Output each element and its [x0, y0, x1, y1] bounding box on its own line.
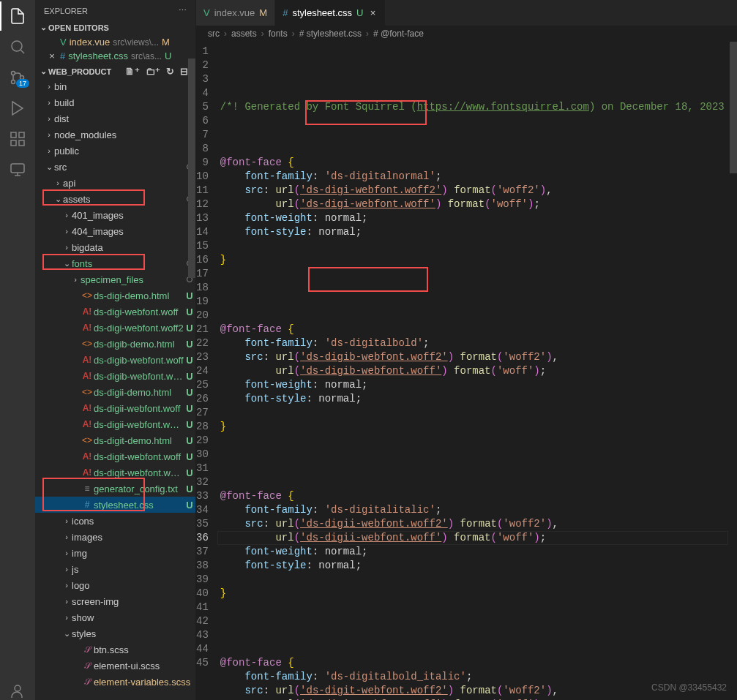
folder-item[interactable]: ›screen-img: [35, 593, 195, 609]
code-line[interactable]: [220, 114, 737, 128]
collapse-icon[interactable]: ⊟: [180, 66, 188, 77]
code-line[interactable]: [220, 601, 737, 614]
code-line[interactable]: font-family: 'ds-digitalitalic';: [220, 503, 737, 517]
editor-tab[interactable]: Vindex.vueM: [196, 0, 275, 26]
code-line[interactable]: src: url('ds-digib-webfont.woff2') forma…: [220, 350, 737, 364]
explorer-icon[interactable]: [9, 7, 26, 25]
code-line[interactable]: [220, 642, 737, 656]
close-icon[interactable]: ×: [47, 50, 57, 61]
file-item[interactable]: A!ds-digib-webfont.woffU: [35, 352, 195, 368]
code-line[interactable]: font-weight: normal;: [220, 378, 737, 392]
file-item[interactable]: A!ds-digi-webfont.woff2U: [35, 320, 195, 336]
code-line[interactable]: [220, 239, 737, 253]
project-header[interactable]: ⌄ WEB_PRODUCT 🗎⁺ 🗀⁺ ↻ ⊟: [35, 64, 195, 78]
folder-item[interactable]: ›node_modules: [35, 127, 195, 143]
file-item[interactable]: <>ds-digit-demo.htmlU: [35, 432, 195, 448]
code-line[interactable]: font-family: 'ds-digitalnormal';: [220, 170, 737, 184]
refresh-icon[interactable]: ↻: [166, 66, 174, 77]
folder-item[interactable]: ›dist: [35, 110, 195, 127]
folder-item[interactable]: ›api: [35, 175, 195, 191]
editor-scrollbar[interactable]: [727, 42, 737, 700]
breadcrumb-item[interactable]: src: [208, 29, 220, 39]
scm-icon[interactable]: 17: [9, 69, 26, 86]
sidebar-scrollbar[interactable]: [188, 59, 195, 278]
code-line[interactable]: url('ds-digii-webfont.woff') format('wof…: [220, 531, 737, 545]
code-line[interactable]: font-weight: normal;: [220, 545, 737, 559]
folder-item[interactable]: ›images: [35, 529, 195, 545]
folder-item[interactable]: ›icons: [35, 513, 195, 529]
code-line[interactable]: [220, 309, 737, 323]
file-item[interactable]: <>ds-digib-demo.htmlU: [35, 336, 195, 352]
code-content[interactable]: /*! Generated by Font Squirrel (https://…: [220, 42, 737, 700]
code-line[interactable]: font-weight: normal;: [220, 211, 737, 225]
code-line[interactable]: [220, 475, 737, 489]
open-editor-item[interactable]: ×#stylesheet.css src\as...U: [35, 49, 195, 63]
code-line[interactable]: [220, 406, 737, 420]
file-item[interactable]: #stylesheet.cssU: [35, 497, 195, 513]
code-line[interactable]: [220, 462, 737, 475]
folder-item[interactable]: ›specimen_files: [35, 271, 195, 287]
more-icon[interactable]: ⋯: [179, 6, 187, 15]
file-item[interactable]: A!ds-digii-webfont.woffU: [35, 400, 195, 416]
code-line[interactable]: [220, 573, 737, 587]
close-icon[interactable]: ×: [367, 7, 378, 18]
code-line[interactable]: font-style: normal;: [220, 225, 737, 239]
folder-item[interactable]: ⌄src: [35, 159, 195, 175]
code-editor[interactable]: 1234567891011121314151617181920212223242…: [196, 42, 737, 700]
file-item[interactable]: 𝒮element-ui.scss: [35, 658, 195, 674]
folder-item[interactable]: ›404_images: [35, 223, 195, 239]
code-line[interactable]: [220, 628, 737, 642]
code-line[interactable]: src: url('ds-digii-webfont.woff2') forma…: [220, 517, 737, 531]
file-item[interactable]: 𝒮element-variables.scss: [35, 674, 195, 690]
code-line[interactable]: [220, 448, 737, 462]
code-line[interactable]: }: [220, 253, 737, 267]
breadcrumb-item[interactable]: fonts: [269, 29, 288, 39]
file-item[interactable]: A!ds-digit-webfont.woffU: [35, 448, 195, 464]
code-line[interactable]: [220, 142, 737, 156]
file-item[interactable]: <>ds-digi-demo.htmlU: [35, 287, 195, 304]
folder-item[interactable]: ›public: [35, 143, 195, 159]
debug-icon[interactable]: [9, 99, 26, 117]
search-icon[interactable]: [9, 38, 26, 56]
file-item[interactable]: A!ds-digib-webfont.wo...U: [35, 368, 195, 384]
new-file-icon[interactable]: 🗎⁺: [125, 66, 140, 77]
open-editors-header[interactable]: ⌄ OPEN EDITORS: [35, 21, 195, 34]
folder-item[interactable]: ⌄fonts: [35, 255, 195, 271]
editor-tab[interactable]: #stylesheet.cssU×: [275, 0, 386, 26]
extensions-icon[interactable]: [9, 130, 26, 148]
code-line[interactable]: @font-face {: [220, 656, 737, 670]
code-line[interactable]: [220, 434, 737, 448]
code-line[interactable]: /*! Generated by Font Squirrel (https://…: [220, 100, 737, 114]
breadcrumb-item[interactable]: # @font-face: [373, 29, 424, 39]
open-editor-item[interactable]: ×Vindex.vue src\views\...M: [35, 35, 195, 49]
folder-item[interactable]: ›build: [35, 94, 195, 110]
code-line[interactable]: url('ds-digib-webfont.woff') format('wof…: [220, 364, 737, 378]
code-line[interactable]: [220, 267, 737, 281]
new-folder-icon[interactable]: 🗀⁺: [146, 66, 160, 77]
code-line[interactable]: [220, 295, 737, 309]
code-line[interactable]: [220, 614, 737, 628]
folder-item[interactable]: ›bin: [35, 78, 195, 94]
folder-item[interactable]: ›logo: [35, 577, 195, 593]
breadcrumb-item[interactable]: assets: [231, 29, 257, 39]
code-line[interactable]: @font-face {: [220, 323, 737, 336]
file-item[interactable]: <>ds-digii-demo.htmlU: [35, 384, 195, 400]
code-line[interactable]: }: [220, 587, 737, 601]
code-line[interactable]: }: [220, 420, 737, 434]
folder-item[interactable]: ›js: [35, 561, 195, 577]
folder-item[interactable]: ⌄styles: [35, 625, 195, 641]
breadcrumb-item[interactable]: # stylesheet.css: [299, 29, 362, 39]
folder-item[interactable]: ⌄assets: [35, 191, 195, 207]
code-line[interactable]: src: url('ds-digi-webfont.woff2') format…: [220, 184, 737, 197]
code-line[interactable]: @font-face {: [220, 156, 737, 170]
code-line[interactable]: font-family: 'ds-digitalbold';: [220, 336, 737, 350]
account-icon[interactable]: [9, 682, 26, 700]
file-item[interactable]: ≡generator_config.txtU: [35, 481, 195, 497]
code-line[interactable]: @font-face {: [220, 489, 737, 503]
file-item[interactable]: A!ds-digi-webfont.woffU: [35, 304, 195, 320]
code-line[interactable]: font-style: normal;: [220, 392, 737, 406]
file-item[interactable]: 𝒮btn.scss: [35, 641, 195, 658]
breadcrumb[interactable]: src›assets›fonts›# stylesheet.css›# @fon…: [196, 26, 737, 42]
file-item[interactable]: A!ds-digit-webfont.wof...U: [35, 464, 195, 481]
code-line[interactable]: [220, 281, 737, 295]
